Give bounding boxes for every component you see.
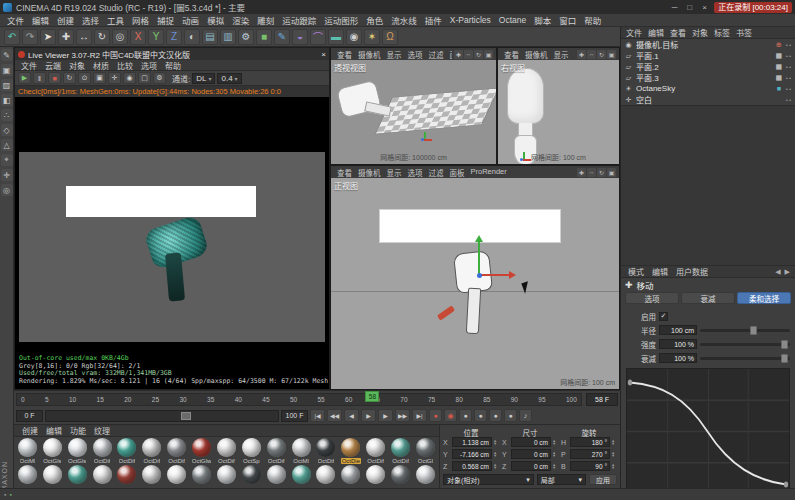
material-preview-sphere[interactable] — [341, 465, 360, 484]
coordinate-value-field[interactable]: 270 ° — [570, 449, 610, 459]
toolbar-icon[interactable]: ✎ — [274, 29, 290, 45]
menu-item[interactable]: 帮助 — [580, 14, 605, 26]
material-preview-sphere[interactable] — [43, 465, 62, 484]
toolbar-icon[interactable]: ◒ — [292, 29, 308, 45]
menu-item[interactable]: X-Particles — [446, 15, 495, 25]
viewport-corner-icon[interactable]: ✚ — [577, 50, 586, 59]
enable-checkbox[interactable]: ✓ — [659, 312, 668, 321]
viewport-menu-item[interactable]: 摄像机 — [355, 49, 384, 60]
viewport-menu-item[interactable]: 显示 — [384, 167, 405, 178]
record-button[interactable]: ● — [489, 409, 502, 422]
material-item[interactable] — [413, 465, 438, 484]
object-row[interactable]: ▱ 平面.1 ▦ •• — [621, 50, 795, 61]
slider-value-field[interactable]: 100 cm — [659, 325, 697, 335]
playhead[interactable]: 58 — [365, 391, 379, 402]
attribute-tab[interactable]: 用户数据 — [672, 266, 712, 277]
transport-button[interactable]: ◀ — [344, 409, 359, 422]
toolbar-icon[interactable]: ↷ — [22, 29, 38, 45]
timeline-tick[interactable]: 10 — [69, 396, 76, 403]
material-preview-sphere[interactable] — [391, 438, 410, 457]
gamma-select[interactable]: 0.4▾ — [217, 73, 241, 84]
material-preview-sphere[interactable] — [416, 438, 435, 457]
material-item[interactable] — [164, 465, 189, 484]
menu-item[interactable]: 渲染 — [228, 14, 253, 26]
menu-item[interactable]: 选择 — [78, 14, 103, 26]
viewport-menu-item[interactable]: 显示 — [384, 49, 405, 60]
timeline-tick[interactable]: 45 — [262, 396, 269, 403]
timeline-range-slider[interactable] — [45, 410, 279, 422]
object-row[interactable]: ◉ 摄像机.目标 ⊕ •• — [621, 39, 795, 50]
material-preview-sphere[interactable] — [167, 438, 186, 457]
material-menu-item[interactable]: 功能 — [66, 425, 90, 436]
timeline-tick[interactable]: 40 — [235, 396, 242, 403]
render-canvas[interactable]: Out-of-core used/max 0KB/4GbGrey[8,16]: … — [15, 97, 329, 389]
material-item[interactable]: OctDif — [90, 438, 115, 464]
toolbar-icon[interactable]: ▬ — [328, 29, 344, 45]
live-viewer-menu-item[interactable]: 帮助 — [161, 60, 185, 71]
object-name[interactable]: OctaneSky — [636, 84, 772, 93]
timeline-ruler[interactable]: 0510152025303540455055606570758085909510… — [16, 393, 582, 406]
material-preview-sphere[interactable] — [292, 438, 311, 457]
viewport-corner-icon[interactable]: ▣ — [607, 50, 616, 59]
object-row[interactable]: ▱ 平面.3 ▦ •• — [621, 72, 795, 83]
transport-button[interactable]: ▶ — [361, 409, 376, 422]
material-item[interactable]: OctDif — [115, 438, 140, 464]
falloff-curve-editor[interactable] — [626, 368, 790, 495]
transport-button[interactable]: |◀ — [310, 409, 325, 422]
toolbar-icon[interactable]: Z — [166, 29, 182, 45]
transport-button[interactable]: ▶▶ — [395, 409, 410, 422]
viewport-menu-item[interactable]: 查看 — [501, 49, 522, 60]
rotation-handle[interactable] — [437, 305, 455, 320]
plane-object-front[interactable] — [379, 209, 561, 243]
coordinate-value-field[interactable]: 0.568 cm — [452, 461, 492, 471]
timeline-tick[interactable]: 55 — [317, 396, 324, 403]
coordinate-mode-select[interactable]: 对象(相对)▾ — [443, 474, 534, 485]
menu-item[interactable]: 运动图形 — [320, 14, 362, 26]
material-item[interactable] — [239, 465, 264, 484]
viewport-corner-icon[interactable]: ↻ — [474, 50, 483, 59]
viewport-corner-icon[interactable]: ↻ — [597, 168, 606, 177]
material-preview-sphere[interactable] — [192, 465, 211, 484]
stepper[interactable]: ▴▾ — [553, 451, 558, 458]
record-button[interactable]: ◉ — [444, 409, 457, 422]
material-preview-sphere[interactable] — [267, 465, 286, 484]
toolbar-icon[interactable]: ■ — [256, 29, 272, 45]
material-preview-sphere[interactable] — [117, 438, 136, 457]
menu-item[interactable]: 窗口 — [555, 14, 580, 26]
visibility-dots-icon[interactable]: •• — [786, 42, 792, 48]
material-item[interactable] — [139, 465, 164, 484]
object-name[interactable]: 平面.3 — [636, 72, 772, 83]
viewport-menu-item[interactable]: 查看 — [334, 49, 355, 60]
viewport-corner-icon[interactable]: ▣ — [607, 168, 616, 177]
viewport-menu-item[interactable]: 摄像机 — [522, 49, 551, 60]
material-preview-sphere[interactable] — [68, 465, 87, 484]
toolbar-icon[interactable]: ➤ — [40, 29, 56, 45]
left-tool-icon[interactable]: ◧ — [1, 94, 13, 106]
y-axis-arrow-icon[interactable] — [475, 235, 483, 242]
material-preview-sphere[interactable] — [167, 465, 186, 484]
viewport-menu-item[interactable]: 查看 — [334, 167, 355, 178]
object-manager-menu-item[interactable]: 对象 — [689, 27, 711, 38]
left-tool-icon[interactable]: ◇ — [1, 124, 13, 136]
attribute-tab[interactable]: 编辑 — [648, 266, 672, 277]
slider-value-field[interactable]: 100 % — [659, 353, 697, 363]
viewport-menu-item[interactable]: 过滤 — [426, 167, 447, 178]
stepper[interactable]: ▴▾ — [612, 463, 617, 470]
material-item[interactable] — [65, 465, 90, 484]
visibility-dots-icon[interactable]: •• — [786, 97, 792, 103]
material-item[interactable] — [40, 465, 65, 484]
material-preview-sphere[interactable] — [117, 465, 136, 484]
viewport-menu-item[interactable]: 摄像机 — [355, 167, 384, 178]
material-item[interactable]: OctGls — [65, 438, 90, 464]
object-manager-menu-item[interactable]: 查看 — [667, 27, 689, 38]
material-preview-sphere[interactable] — [292, 465, 311, 484]
material-item[interactable] — [388, 465, 413, 484]
viewport-front-canvas[interactable]: 正视图 网格间距: 100 cm — [331, 178, 619, 389]
coordinate-value-field[interactable]: 1.138 cm — [452, 437, 492, 447]
live-viewer-toolbar-icon[interactable]: ▶ — [18, 72, 31, 84]
material-preview-sphere[interactable] — [18, 465, 37, 484]
viewport-corner-icon[interactable]: ↔ — [464, 50, 473, 59]
left-tool-icon[interactable]: ✛ — [1, 169, 13, 181]
viewport-menu-item[interactable]: 面板 — [447, 49, 453, 60]
material-item[interactable]: OctDif — [388, 438, 413, 464]
